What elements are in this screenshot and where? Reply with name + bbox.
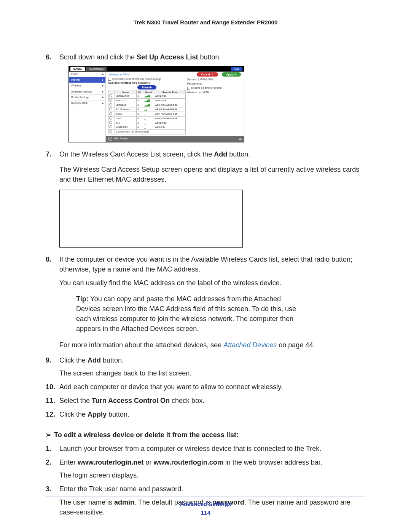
sidebar-item-ready[interactable]: ReadySHARE▸ — [69, 101, 105, 106]
col-name: Name — [115, 90, 137, 94]
radio-icon[interactable] — [109, 99, 112, 102]
help-icon: ? — [108, 137, 112, 141]
ui-tabbar: BASIC ADVANCED Auto — [69, 66, 244, 72]
page-footer: Advanced Settings 114 — [46, 497, 365, 516]
attached-devices-link[interactable]: Attached Devices — [223, 341, 277, 349]
page: Trek N300 Travel Router and Range Extend… — [0, 0, 411, 532]
step-number: 9. — [46, 355, 51, 365]
step-10: 10. Add each computer or device that you… — [46, 382, 365, 392]
chevron-right-icon: ▸ — [102, 96, 104, 99]
router-ui-screenshot: BASIC ADVANCED Auto Home▸ Internet▸ Wire… — [68, 66, 244, 142]
radio-icon[interactable] — [109, 117, 112, 120]
step-text: Enter the Trek user name and password. — [59, 485, 183, 493]
tip-label: Tip: — [76, 295, 89, 303]
step-number: 7. — [46, 149, 51, 159]
footer-chapter: Advanced Settings — [46, 501, 365, 507]
step-text: Scroll down and click the Set Up Access … — [59, 53, 221, 61]
step-text: Select the Turn Access Control On check … — [59, 397, 204, 404]
step-11: 11. Select the Turn Access Control On ch… — [46, 396, 365, 406]
table-row[interactable]: dlink6▁WPA2-PSK — [108, 121, 186, 125]
step-text: If the computer or device you want is in… — [59, 256, 352, 273]
chevron-right-icon: ▸ — [102, 84, 104, 88]
step-number: 8. — [46, 254, 51, 264]
chevron-right-icon: ▸ — [102, 101, 104, 105]
caret-up-icon — [239, 138, 242, 140]
radio-icon[interactable] — [109, 121, 112, 124]
step-b1: 1. Launch your browser from a computer o… — [46, 444, 365, 454]
footer-rule — [46, 497, 365, 497]
arrow-icon: ➢ — [46, 430, 51, 440]
table-row[interactable]: dlink11006▁▃▅▇WPA2-PSK — [108, 99, 186, 103]
extend-range-checkbox[interactable]: Extend my current wireless router's rang… — [108, 77, 186, 81]
screenshot-placeholder — [59, 190, 243, 248]
procedure-heading: ➢To edit a wireless device or delete it … — [46, 430, 365, 440]
col-security: Security Type — [154, 90, 185, 94]
step-9: 9. Click the Add button. The screen chan… — [46, 355, 365, 378]
security-label: Security: WPA2-PSK — [187, 78, 242, 81]
radio-icon[interactable] — [109, 125, 112, 128]
step-text: Launch your browser from a computer or w… — [59, 445, 321, 452]
step-text: Click the Apply button. — [59, 411, 129, 418]
table-row[interactable]: A.B.M Network6▁▃WPA-PSK/WPA2-PSK — [108, 107, 186, 112]
step-number: 3. — [46, 484, 51, 494]
table-row[interactable]: Danbo6▁WPA-PSK/WPA2-PSK — [108, 116, 186, 121]
tip-text: You can copy and paste the MAC addresses… — [76, 295, 296, 332]
tab-basic[interactable]: BASIC — [70, 67, 85, 71]
step-text: Click the Add button. — [59, 356, 124, 364]
profile-name: Wireless_as_WAN — [187, 91, 242, 94]
sidebar-item-profile[interactable]: Profile Settings▸ — [69, 95, 105, 101]
help-bar[interactable]: ?Help Center — [106, 136, 244, 142]
signal-icon: ▁▃ — [143, 107, 154, 112]
radio-icon[interactable] — [109, 103, 112, 106]
step-number: 2. — [46, 457, 51, 467]
signal-icon: ▁ — [143, 116, 154, 121]
signal-icon: ▁▃▅▇ — [143, 94, 154, 99]
step-b2: 2. Enter www.routerlogin.net or www.rout… — [46, 457, 365, 480]
step-text: On the Wireless Card Access List screen,… — [59, 150, 250, 158]
passphrase-label: Passphrase: — [187, 82, 242, 86]
table-row[interactable]: NETGEAR586▁▃▅▇WPA2-PSK — [108, 94, 186, 99]
refresh-button[interactable]: Refresh — [137, 85, 156, 89]
chevron-right-icon: ▸ — [235, 73, 236, 76]
step-number: 10. — [46, 382, 55, 392]
signal-icon: ▁▃▅▇ — [143, 103, 154, 107]
col-channel: Ch — [137, 90, 143, 94]
step-6: 6. Scroll down and click the Set Up Acce… — [46, 52, 365, 62]
radio-icon[interactable] — [109, 107, 112, 110]
body: 6. Scroll down and click the Set Up Acce… — [46, 52, 365, 517]
ui-main: Wireless as WAN Cancel✕ Apply▸ Extend my… — [106, 72, 244, 142]
table-row-manual[interactable]: Manually input my wireless SSID — [108, 129, 186, 134]
sidebar-item-home[interactable]: Home▸ — [69, 72, 105, 77]
table-row[interactable]: HOME-BTS6▁WPA-PSK — [108, 125, 186, 130]
sidebar-item-wireless[interactable]: Wireless▸ — [69, 83, 105, 89]
step-b2-result: The login screen displays. — [59, 470, 365, 480]
cancel-button[interactable]: Cancel✕ — [197, 72, 218, 77]
table-row[interactable]: linksys6▁WPA-PSK/WPA2-PSK — [108, 112, 186, 117]
signal-icon: ▁ — [143, 112, 154, 117]
ui-sidebar: Home▸ Internet▸ Wireless▸ Attached Devic… — [69, 72, 106, 142]
language-select[interactable]: Auto — [231, 67, 242, 71]
step-8-note2: For more information about the attached … — [59, 340, 365, 350]
available-ap-table: Name Ch Signal Security Type NETGEAR586▁… — [108, 90, 186, 134]
step-number: 11. — [46, 396, 55, 406]
sidebar-item-internet[interactable]: Internet▸ — [69, 77, 105, 83]
tab-advanced[interactable]: ADVANCED — [86, 67, 107, 71]
radio-icon[interactable] — [109, 130, 112, 133]
apply-button[interactable]: Apply▸ — [222, 72, 241, 77]
save-profile-checkbox[interactable]: To save a name for profile — [187, 86, 242, 90]
radio-icon[interactable] — [109, 94, 112, 97]
available-aps-label: Available Wireless APs number:8 — [108, 81, 186, 85]
running-header: Trek N300 Travel Router and Range Extend… — [46, 19, 365, 26]
table-row[interactable]: NETGEAR6▁▃▅▇WPA-PSK/WPA2-PSK — [108, 103, 186, 107]
sidebar-item-attached[interactable]: Attached Devices▸ — [69, 89, 105, 95]
signal-icon: ▁ — [143, 125, 154, 130]
step-12: 12. Click the Apply button. — [46, 409, 365, 419]
chevron-right-icon: ▸ — [102, 90, 104, 94]
signal-icon: ▁▃▅▇ — [143, 99, 154, 103]
step-number: 1. — [46, 444, 51, 454]
step-text: Add each computer or device that you wan… — [59, 383, 283, 391]
footer-page-number: 114 — [46, 510, 365, 516]
security-select[interactable]: WPA2-PSK — [198, 78, 223, 81]
step-number: 6. — [46, 52, 51, 62]
radio-icon[interactable] — [109, 112, 112, 115]
